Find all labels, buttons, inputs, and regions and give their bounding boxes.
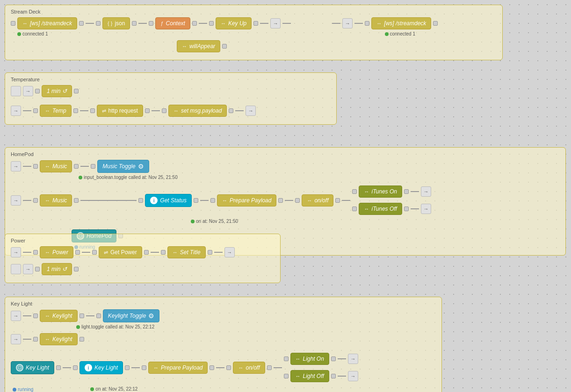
switch-icon2: ↔ bbox=[182, 43, 187, 49]
arrow-out2: → bbox=[421, 204, 431, 214]
kl-onoff-label: on/off bbox=[246, 364, 260, 371]
port bbox=[208, 250, 212, 255]
http-node[interactable]: ⇌ http request bbox=[97, 105, 143, 117]
keylight1-node[interactable]: ↔ Keylight bbox=[40, 310, 78, 322]
itunes-on-label: iTunes On bbox=[371, 188, 397, 195]
music1-label: Music bbox=[52, 163, 67, 170]
music2-node[interactable]: ↔ Music bbox=[40, 194, 72, 207]
port bbox=[194, 198, 198, 203]
port bbox=[132, 21, 137, 26]
status-text1: connected 1 bbox=[22, 31, 48, 36]
port bbox=[222, 44, 227, 49]
port bbox=[33, 314, 38, 318]
port bbox=[75, 250, 80, 255]
conn bbox=[86, 315, 94, 316]
timer-box2 bbox=[11, 264, 21, 274]
timer-label: 1 min ↺ bbox=[47, 88, 67, 94]
kl-onoff-node[interactable]: ↔ on/off bbox=[233, 362, 265, 374]
keylight-hub-node[interactable]: ⬡ Key Light bbox=[11, 361, 54, 374]
keylight-info-node[interactable]: i Key Light bbox=[80, 361, 123, 374]
port bbox=[284, 374, 289, 378]
settitle-node[interactable]: ↔ Set Title bbox=[167, 246, 206, 258]
keyup-node[interactable]: ↔ Key Up bbox=[216, 17, 252, 29]
kl-preparepayload-node[interactable]: ↔ Prepare Payload bbox=[148, 362, 208, 374]
ws-streamdeck-out-node[interactable]: ↔ [ws] /streamdeck bbox=[371, 17, 431, 29]
port bbox=[125, 365, 130, 370]
connector bbox=[260, 23, 268, 24]
itunes-off-node[interactable]: ↔ iTunes Off bbox=[359, 203, 402, 215]
port bbox=[210, 365, 214, 370]
music2-icon: ↔ bbox=[45, 198, 50, 203]
getpower-icon: ⇌ bbox=[104, 249, 108, 256]
conn bbox=[151, 252, 159, 253]
onoff-node[interactable]: ↔ on/off bbox=[302, 194, 333, 207]
ws-icon: ↔ bbox=[22, 21, 28, 26]
power-node[interactable]: ↔ Power bbox=[40, 246, 73, 258]
getstatus-node[interactable]: i Get Status bbox=[145, 194, 192, 207]
json-node[interactable]: { } json bbox=[102, 17, 130, 29]
timer-node[interactable]: 1 min ↺ bbox=[42, 85, 72, 97]
connector bbox=[199, 23, 207, 24]
music-toggle-node[interactable]: Music Toggle ⚙ bbox=[97, 160, 149, 173]
port bbox=[284, 356, 289, 361]
conn bbox=[23, 252, 31, 253]
itunes-on-node[interactable]: ↔ iTunes On bbox=[359, 185, 402, 198]
port bbox=[209, 21, 214, 26]
keylight-row3: ⬡ Key Light i Key Light ↔ Prepare Payloa… bbox=[11, 351, 436, 384]
arrow2: → bbox=[11, 334, 21, 344]
port bbox=[33, 250, 38, 255]
keylight2-node[interactable]: ↔ Keylight bbox=[40, 333, 78, 345]
willappear-node[interactable]: ↔ willAppear bbox=[177, 40, 220, 52]
music2-label: Music bbox=[52, 197, 67, 204]
http-label: http request bbox=[108, 107, 138, 114]
port bbox=[352, 207, 357, 211]
temp-node[interactable]: ↔ Temp bbox=[40, 105, 72, 117]
status-dot1 bbox=[17, 32, 21, 36]
port bbox=[73, 108, 78, 113]
port bbox=[226, 365, 231, 370]
conn bbox=[214, 252, 223, 253]
keylight-status-row: running on at: Nov 25, 22:12 bbox=[11, 386, 436, 392]
conn bbox=[274, 367, 282, 368]
info-icon2: i bbox=[85, 364, 92, 371]
keylight-toggle-status-text: light.toggle called at: Nov 25, 22:12 bbox=[81, 324, 154, 329]
streamdeck-row1: ↔ [ws] /streamdeck { } json ƒ Context ↔ … bbox=[11, 17, 497, 29]
conn bbox=[23, 315, 31, 316]
preparepayload-node[interactable]: ↔ Prepare Payload bbox=[217, 194, 276, 207]
port bbox=[210, 198, 215, 203]
light-off-row: ↔ Light Off → bbox=[284, 370, 358, 382]
arrow2: → bbox=[23, 264, 33, 274]
http-icon: ⇌ bbox=[102, 108, 106, 114]
timer2-node[interactable]: 1 min ↺ bbox=[42, 263, 72, 275]
toggle-icon: ⚙ bbox=[138, 163, 144, 170]
temperature-group: Temperature → 1 min ↺ → ↔ Temp ⇌ http re… bbox=[5, 72, 337, 125]
status-text2: connected 1 bbox=[390, 31, 416, 36]
status-dot2 bbox=[191, 220, 195, 223]
streamdeck-group: Stream Deck ↔ [ws] /streamdeck { } json … bbox=[5, 5, 503, 60]
conn bbox=[411, 191, 419, 192]
music1-icon: ↔ bbox=[45, 164, 50, 169]
keylight-toggle-label: Keylight Toggle bbox=[108, 313, 146, 319]
settitle-label: Set Title bbox=[180, 249, 201, 256]
keylight-info-status: on at: Nov 25, 22:12 bbox=[90, 386, 137, 392]
port bbox=[142, 365, 146, 370]
music1-node[interactable]: ↔ Music bbox=[40, 160, 72, 172]
getpower-node[interactable]: ⇌ Get Power bbox=[99, 246, 142, 258]
ws-streamdeck-in-node[interactable]: ↔ [ws] /streamdeck bbox=[17, 17, 77, 29]
setpayload-node[interactable]: ↔ set msg.payload bbox=[168, 105, 227, 117]
preparepayload-label: Prepare Payload bbox=[230, 197, 271, 204]
power-icon: ↔ bbox=[45, 249, 50, 255]
status-dot2 bbox=[385, 32, 389, 36]
context-label: Context bbox=[166, 20, 185, 27]
func-icon2: ↔ bbox=[173, 108, 179, 114]
onoff-label: on/off bbox=[314, 197, 328, 204]
context-node[interactable]: ƒ Context bbox=[155, 17, 190, 29]
keylight-hub-icon: ⬡ bbox=[16, 364, 23, 371]
arrow-node2: → bbox=[342, 18, 353, 29]
light-off-node[interactable]: ↔ Light Off bbox=[290, 370, 329, 382]
port bbox=[229, 108, 233, 113]
onoff-icon: ↔ bbox=[307, 198, 312, 203]
lightoff-icon: ↔ bbox=[296, 373, 301, 379]
keylight-toggle-node[interactable]: Keylight Toggle ⚙ bbox=[103, 309, 160, 322]
light-on-node[interactable]: ↔ Light On bbox=[290, 353, 329, 365]
